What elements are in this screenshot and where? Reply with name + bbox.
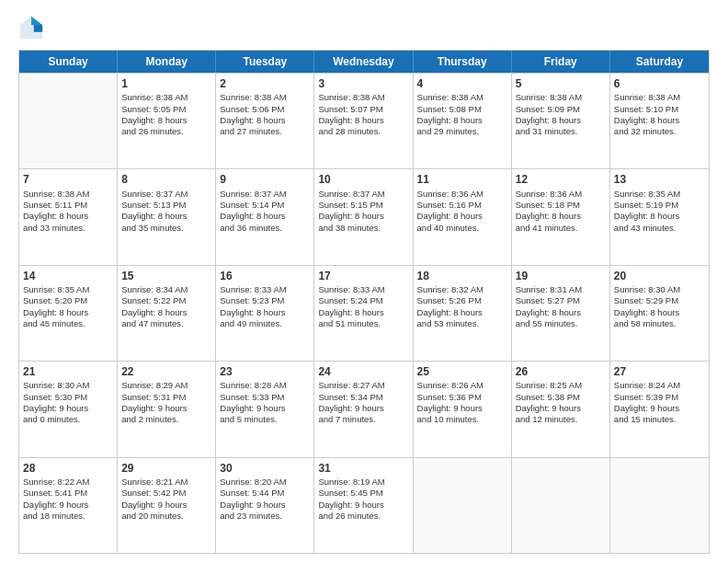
day-number: 9 — [220, 172, 310, 187]
day-info: Sunrise: 8:35 AMSunset: 5:19 PMDaylight:… — [614, 189, 705, 234]
day-info: Sunrise: 8:38 AMSunset: 5:08 PMDaylight:… — [417, 92, 507, 137]
day-cell-24: 24Sunrise: 8:27 AMSunset: 5:34 PMDayligh… — [314, 362, 413, 456]
day-info: Sunrise: 8:38 AMSunset: 5:05 PMDaylight:… — [121, 92, 211, 137]
weekday-tuesday: Tuesday — [216, 51, 314, 73]
logo-icon — [18, 15, 44, 40]
day-info: Sunrise: 8:38 AMSunset: 5:06 PMDaylight:… — [220, 92, 310, 137]
day-number: 5 — [516, 76, 606, 91]
day-number: 22 — [121, 364, 211, 379]
day-number: 8 — [121, 172, 211, 187]
calendar-header: SundayMondayTuesdayWednesdayThursdayFrid… — [19, 51, 709, 73]
day-info: Sunrise: 8:28 AMSunset: 5:33 PMDaylight:… — [220, 380, 310, 425]
page: SundayMondayTuesdayWednesdayThursdayFrid… — [0, 0, 728, 563]
day-cell-6: 6Sunrise: 8:38 AMSunset: 5:10 PMDaylight… — [610, 74, 709, 168]
weekday-friday: Friday — [512, 51, 610, 73]
day-cell-3: 3Sunrise: 8:38 AMSunset: 5:07 PMDaylight… — [314, 74, 413, 168]
day-number: 27 — [614, 364, 705, 379]
calendar-body: 1Sunrise: 8:38 AMSunset: 5:05 PMDaylight… — [19, 73, 709, 553]
day-number: 30 — [220, 461, 310, 476]
day-number: 14 — [23, 269, 113, 283]
weekday-sunday: Sunday — [19, 51, 118, 73]
day-number: 1 — [121, 76, 211, 91]
day-cell-1: 1Sunrise: 8:38 AMSunset: 5:05 PMDaylight… — [118, 74, 216, 168]
day-info: Sunrise: 8:29 AMSunset: 5:31 PMDaylight:… — [121, 380, 211, 425]
day-number: 23 — [220, 364, 310, 379]
day-info: Sunrise: 8:38 AMSunset: 5:07 PMDaylight:… — [318, 92, 408, 137]
day-info: Sunrise: 8:30 AMSunset: 5:29 PMDaylight:… — [614, 284, 705, 329]
day-number: 17 — [318, 269, 408, 283]
day-number: 19 — [516, 269, 606, 283]
day-number: 25 — [417, 364, 507, 379]
day-info: Sunrise: 8:35 AMSunset: 5:20 PMDaylight:… — [23, 284, 113, 329]
day-info: Sunrise: 8:22 AMSunset: 5:41 PMDaylight:… — [23, 477, 113, 522]
day-number: 6 — [614, 76, 705, 91]
weekday-wednesday: Wednesday — [314, 51, 413, 73]
day-info: Sunrise: 8:26 AMSunset: 5:36 PMDaylight:… — [417, 380, 507, 425]
empty-cell — [19, 74, 118, 168]
day-cell-17: 17Sunrise: 8:33 AMSunset: 5:24 PMDayligh… — [314, 266, 413, 361]
day-info: Sunrise: 8:24 AMSunset: 5:39 PMDaylight:… — [614, 380, 705, 425]
day-number: 28 — [23, 461, 113, 476]
day-number: 13 — [614, 172, 705, 187]
day-info: Sunrise: 8:30 AMSunset: 5:30 PMDaylight:… — [23, 380, 113, 425]
week-row-2: 14Sunrise: 8:35 AMSunset: 5:20 PMDayligh… — [19, 265, 709, 361]
day-cell-22: 22Sunrise: 8:29 AMSunset: 5:31 PMDayligh… — [118, 362, 216, 456]
day-cell-31: 31Sunrise: 8:19 AMSunset: 5:45 PMDayligh… — [314, 458, 413, 553]
week-row-0: 1Sunrise: 8:38 AMSunset: 5:05 PMDaylight… — [19, 73, 709, 168]
day-cell-25: 25Sunrise: 8:26 AMSunset: 5:36 PMDayligh… — [414, 362, 512, 456]
day-cell-27: 27Sunrise: 8:24 AMSunset: 5:39 PMDayligh… — [610, 362, 709, 456]
day-cell-21: 21Sunrise: 8:30 AMSunset: 5:30 PMDayligh… — [19, 362, 118, 456]
day-cell-11: 11Sunrise: 8:36 AMSunset: 5:16 PMDayligh… — [414, 169, 512, 264]
day-info: Sunrise: 8:38 AMSunset: 5:09 PMDaylight:… — [516, 92, 606, 137]
day-number: 12 — [516, 172, 606, 187]
day-info: Sunrise: 8:38 AMSunset: 5:11 PMDaylight:… — [23, 189, 113, 234]
empty-cell — [512, 458, 610, 553]
day-number: 16 — [220, 269, 310, 283]
day-info: Sunrise: 8:25 AMSunset: 5:38 PMDaylight:… — [516, 380, 606, 425]
day-info: Sunrise: 8:32 AMSunset: 5:26 PMDaylight:… — [417, 284, 507, 329]
day-info: Sunrise: 8:33 AMSunset: 5:23 PMDaylight:… — [220, 284, 310, 329]
week-row-1: 7Sunrise: 8:38 AMSunset: 5:11 PMDaylight… — [19, 168, 709, 264]
day-cell-5: 5Sunrise: 8:38 AMSunset: 5:09 PMDaylight… — [512, 74, 610, 168]
day-number: 29 — [121, 461, 211, 476]
day-cell-20: 20Sunrise: 8:30 AMSunset: 5:29 PMDayligh… — [610, 266, 709, 361]
day-info: Sunrise: 8:20 AMSunset: 5:44 PMDaylight:… — [220, 477, 310, 522]
day-cell-15: 15Sunrise: 8:34 AMSunset: 5:22 PMDayligh… — [118, 266, 216, 361]
weekday-saturday: Saturday — [610, 51, 709, 73]
day-info: Sunrise: 8:36 AMSunset: 5:18 PMDaylight:… — [516, 189, 606, 234]
day-info: Sunrise: 8:37 AMSunset: 5:13 PMDaylight:… — [121, 189, 211, 234]
day-number: 21 — [23, 364, 113, 379]
day-cell-12: 12Sunrise: 8:36 AMSunset: 5:18 PMDayligh… — [512, 169, 610, 264]
day-cell-23: 23Sunrise: 8:28 AMSunset: 5:33 PMDayligh… — [216, 362, 314, 456]
day-cell-29: 29Sunrise: 8:21 AMSunset: 5:42 PMDayligh… — [118, 458, 216, 553]
logo — [18, 15, 48, 40]
day-info: Sunrise: 8:19 AMSunset: 5:45 PMDaylight:… — [318, 477, 408, 522]
day-number: 7 — [23, 172, 113, 187]
day-cell-13: 13Sunrise: 8:35 AMSunset: 5:19 PMDayligh… — [610, 169, 709, 264]
day-number: 10 — [318, 172, 408, 187]
day-info: Sunrise: 8:36 AMSunset: 5:16 PMDaylight:… — [417, 189, 507, 234]
day-info: Sunrise: 8:31 AMSunset: 5:27 PMDaylight:… — [516, 284, 606, 329]
day-cell-9: 9Sunrise: 8:37 AMSunset: 5:14 PMDaylight… — [216, 169, 314, 264]
day-cell-4: 4Sunrise: 8:38 AMSunset: 5:08 PMDaylight… — [414, 74, 512, 168]
day-cell-16: 16Sunrise: 8:33 AMSunset: 5:23 PMDayligh… — [216, 266, 314, 361]
day-info: Sunrise: 8:37 AMSunset: 5:14 PMDaylight:… — [220, 189, 310, 234]
empty-cell — [414, 458, 512, 553]
week-row-4: 28Sunrise: 8:22 AMSunset: 5:41 PMDayligh… — [19, 457, 709, 553]
empty-cell — [610, 458, 709, 553]
day-number: 24 — [318, 364, 408, 379]
day-info: Sunrise: 8:33 AMSunset: 5:24 PMDaylight:… — [318, 284, 408, 329]
day-number: 3 — [318, 76, 408, 91]
week-row-3: 21Sunrise: 8:30 AMSunset: 5:30 PMDayligh… — [19, 361, 709, 456]
day-number: 15 — [121, 269, 211, 283]
svg-marker-2 — [31, 17, 42, 25]
weekday-thursday: Thursday — [414, 51, 512, 73]
day-number: 31 — [318, 461, 408, 476]
day-number: 20 — [614, 269, 705, 283]
weekday-monday: Monday — [118, 51, 216, 73]
day-cell-2: 2Sunrise: 8:38 AMSunset: 5:06 PMDaylight… — [216, 74, 314, 168]
day-number: 26 — [516, 364, 606, 379]
day-number: 4 — [417, 76, 507, 91]
day-info: Sunrise: 8:37 AMSunset: 5:15 PMDaylight:… — [318, 189, 408, 234]
day-number: 11 — [417, 172, 507, 187]
